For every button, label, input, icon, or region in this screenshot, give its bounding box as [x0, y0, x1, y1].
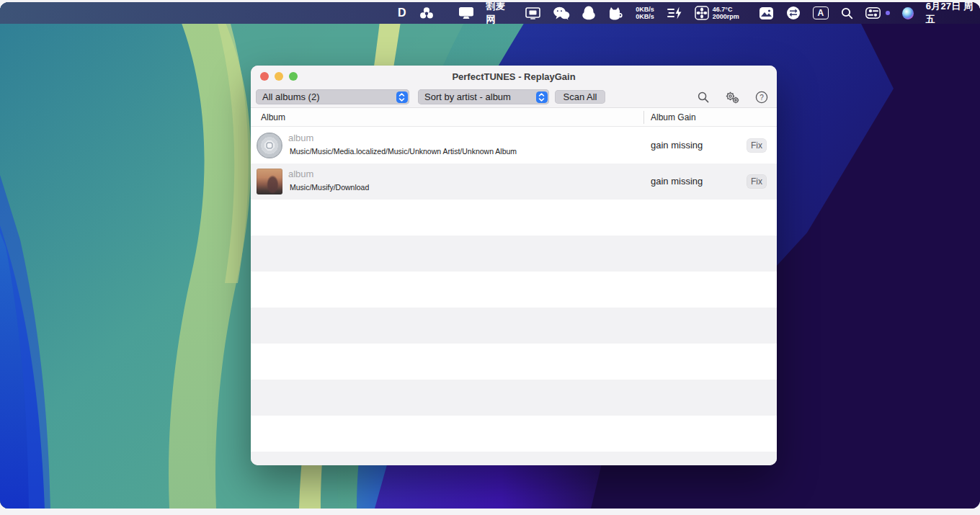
- d-logo-menu-icon[interactable]: D: [398, 2, 406, 24]
- settings-gears-icon[interactable]: [724, 91, 740, 104]
- download-speed: 0KB/s: [636, 13, 654, 20]
- album-path: Music/Musify/Download: [290, 183, 369, 192]
- fix-button[interactable]: Fix: [747, 174, 767, 189]
- chevron-up-down-icon: [536, 91, 548, 103]
- close-button[interactable]: [260, 72, 269, 81]
- photo-album-art: [257, 169, 282, 194]
- title-bar[interactable]: PerfectTUNES - ReplayGain: [251, 66, 777, 87]
- upload-speed: 0KB/s: [636, 6, 654, 13]
- fan-icon: [695, 6, 709, 20]
- albums-filter-value: All albums (2): [262, 91, 319, 102]
- chevron-up-down-icon: [396, 91, 408, 103]
- control-center-icon[interactable]: [865, 2, 881, 24]
- album-title: album: [288, 169, 313, 179]
- album-row[interactable]: album Music/Music/Media.localized/Music/…: [251, 127, 777, 164]
- svg-text:?: ?: [760, 94, 764, 102]
- cpu-temperature: 46.7°C: [713, 6, 733, 13]
- screen-share-menu-icon[interactable]: [525, 2, 540, 24]
- spotlight-search-icon[interactable]: [841, 2, 853, 24]
- album-row[interactable]: album Music/Musify/Download gain missing…: [251, 164, 777, 200]
- notification-dot: [886, 11, 890, 15]
- cd-album-art: [257, 133, 282, 158]
- qq-menu-icon[interactable]: [582, 2, 595, 24]
- column-header-album[interactable]: Album: [261, 112, 285, 122]
- input-method-indicator[interactable]: A: [813, 6, 829, 19]
- fix-button[interactable]: Fix: [747, 138, 767, 153]
- album-path: Music/Music/Media.localized/Music/Unknow…: [290, 147, 517, 156]
- task-bolt-menu-icon[interactable]: [667, 2, 682, 24]
- display-menu-icon[interactable]: [458, 2, 474, 24]
- fan-speed-indicator[interactable]: 46.7°C 2000rpm: [695, 2, 739, 24]
- minimize-button[interactable]: [275, 72, 283, 81]
- switch-arrows-menu-icon[interactable]: [786, 2, 801, 24]
- sort-order-dropdown[interactable]: Sort by artist - album: [418, 89, 549, 104]
- column-header-album-gain[interactable]: Album Gain: [651, 112, 696, 122]
- clover-menu-icon[interactable]: [419, 2, 435, 24]
- window-chrome: PerfectTUNES - ReplayGain All albums (2)…: [251, 66, 777, 108]
- album-list: album Music/Music/Media.localized/Music/…: [251, 127, 777, 465]
- network-speed-indicator[interactable]: 0KB/s 0KB/s: [636, 2, 654, 24]
- photos-menu-icon[interactable]: [759, 2, 774, 24]
- menu-bar: D 割麦网: [0, 2, 980, 24]
- fan-rpm: 2000rpm: [713, 13, 739, 20]
- help-icon[interactable]: ?: [755, 91, 768, 104]
- search-icon[interactable]: [698, 91, 709, 103]
- gain-status: gain missing: [651, 176, 703, 187]
- zoom-button[interactable]: [289, 72, 298, 81]
- table-header: Album Album Gain: [251, 108, 777, 127]
- menu-bar-clock[interactable]: 6月27日 周五: [926, 2, 980, 24]
- toolbar: All albums (2) Sort by artist - album: [251, 86, 777, 108]
- cat-proxy-menu-icon[interactable]: [607, 2, 623, 24]
- perfecttunes-window: PerfectTUNES - ReplayGain All albums (2)…: [251, 66, 777, 465]
- wechat-menu-icon[interactable]: [553, 2, 570, 24]
- scan-all-button[interactable]: Scan All: [555, 90, 605, 104]
- siri-icon[interactable]: [902, 7, 914, 19]
- column-divider[interactable]: [643, 111, 644, 124]
- desktop: D 割麦网: [0, 2, 980, 509]
- gain-status: gain missing: [651, 140, 703, 151]
- window-title: PerfectTUNES - ReplayGain: [452, 71, 575, 82]
- gemai-site-label[interactable]: 割麦网: [486, 2, 514, 24]
- sort-order-value: Sort by artist - album: [424, 91, 511, 102]
- album-title: album: [288, 133, 313, 143]
- albums-filter-dropdown[interactable]: All albums (2): [256, 89, 409, 104]
